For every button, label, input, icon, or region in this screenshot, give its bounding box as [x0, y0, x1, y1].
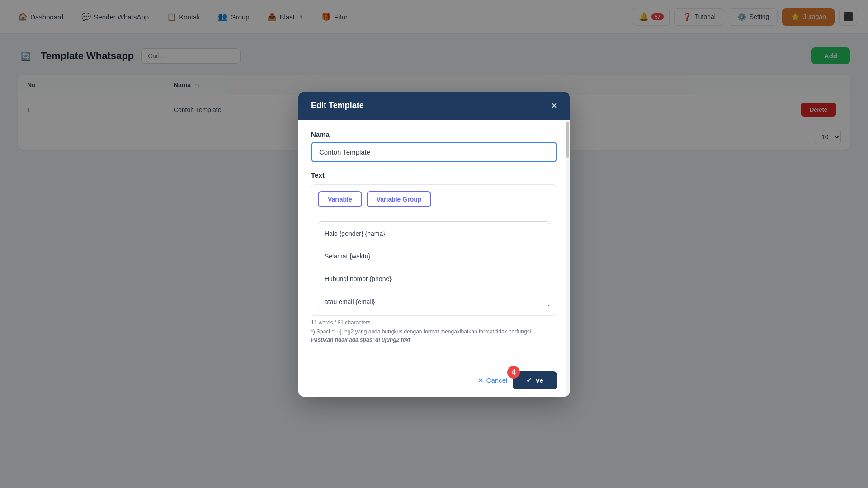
save-button[interactable]: 4 ✓ ve: [513, 371, 557, 389]
modal-header: Edit Template ×: [298, 92, 570, 120]
variable-group-button[interactable]: Variable Group: [367, 191, 432, 207]
nama-label: Nama: [311, 131, 557, 138]
modal-close-button[interactable]: ×: [551, 101, 557, 111]
modal-overlay: Edit Template × Nama Text Variable Varia…: [0, 0, 868, 488]
divider: [318, 215, 550, 215]
word-count: 11 words / 81 characters: [311, 319, 557, 326]
cancel-x-icon: ✕: [478, 376, 484, 385]
text-label: Text: [311, 171, 557, 179]
edit-template-modal: Edit Template × Nama Text Variable Varia…: [298, 92, 570, 397]
modal-scrollbar: [566, 121, 570, 397]
cancel-button[interactable]: ✕ Cancel: [478, 376, 508, 385]
variable-buttons: Variable Variable Group: [318, 191, 550, 207]
warning-line1: *) Spaci di ujung2 yang anda bungkus den…: [311, 328, 531, 335]
save-label: ve: [536, 376, 543, 384]
modal-title: Edit Template: [311, 101, 364, 110]
modal-body: Nama Text Variable Variable Group 11 wor…: [298, 120, 570, 364]
modal-footer: ✕ Cancel 4 ✓ ve: [298, 364, 570, 397]
step-badge: 4: [507, 366, 520, 379]
nama-form-group: Nama: [311, 131, 557, 162]
warning-line2: Pastikan tidak ada spasi di ujung2 text: [311, 337, 410, 343]
text-form-group: Text Variable Variable Group 11 words / …: [311, 171, 557, 344]
modal-scroll-thumb: [566, 122, 569, 158]
nama-input[interactable]: [311, 142, 557, 162]
save-check-icon: ✓: [526, 376, 532, 385]
cancel-label: Cancel: [486, 376, 508, 384]
warning-text: *) Spaci di ujung2 yang anda bungkus den…: [311, 328, 557, 344]
variable-button[interactable]: Variable: [318, 191, 362, 207]
template-textarea[interactable]: [318, 221, 550, 307]
